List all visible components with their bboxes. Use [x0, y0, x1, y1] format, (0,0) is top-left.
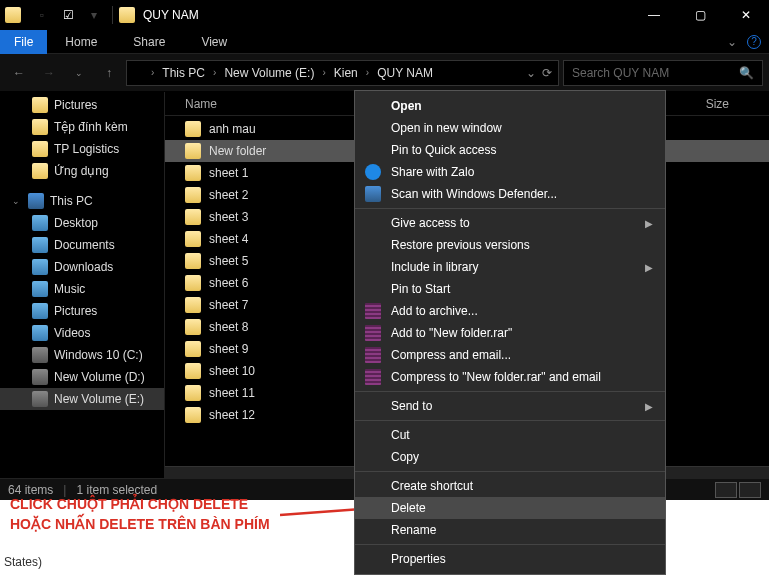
folder-icon	[185, 121, 201, 137]
qat-item-checked[interactable]: ☑	[56, 3, 80, 27]
context-menu-item-pin-start[interactable]: Pin to Start	[355, 278, 665, 300]
documents-icon	[32, 237, 48, 253]
context-menu-item-copy[interactable]: Copy	[355, 446, 665, 468]
folder-icon	[185, 165, 201, 181]
separator	[112, 6, 113, 24]
up-button[interactable]: ↑	[96, 60, 122, 86]
dropdown-icon[interactable]: ⌄	[526, 66, 536, 80]
folder-icon[interactable]	[4, 3, 28, 27]
context-menu-item-compress-email[interactable]: Compress and email...	[355, 344, 665, 366]
context-menu-item-properties[interactable]: Properties	[355, 548, 665, 570]
tab-file[interactable]: File	[0, 30, 47, 54]
sidebar-item-label: Videos	[54, 326, 90, 340]
context-menu-item-cut[interactable]: Cut	[355, 424, 665, 446]
sidebar-item[interactable]: Music	[0, 278, 164, 300]
navigation-pane[interactable]: Pictures Tệp đính kèm TP Logistics Ứng d…	[0, 92, 165, 478]
qat-item[interactable]: ▫	[30, 3, 54, 27]
chevron-right-icon[interactable]: ›	[322, 67, 325, 78]
menu-separator	[355, 420, 665, 421]
context-menu-item-include-lib[interactable]: Include in library▶	[355, 256, 665, 278]
submenu-arrow-icon: ▶	[645, 262, 653, 273]
context-menu-item-send-to[interactable]: Send to▶	[355, 395, 665, 417]
tab-view[interactable]: View	[183, 30, 245, 54]
breadcrumb-seg[interactable]: This PC	[158, 66, 209, 80]
context-menu-item-add-archive[interactable]: Add to archive...	[355, 300, 665, 322]
sidebar-item[interactable]: Tệp đính kèm	[0, 116, 164, 138]
folder-icon	[185, 275, 201, 291]
qat-overflow[interactable]: ▾	[82, 3, 106, 27]
folder-icon	[185, 209, 201, 225]
tab-home[interactable]: Home	[47, 30, 115, 54]
breadcrumb-seg[interactable]: New Volume (E:)	[220, 66, 318, 80]
context-menu-item-compress-rar-email[interactable]: Compress to "New folder.rar" and email	[355, 366, 665, 388]
ribbon-help: ⌄ ?	[727, 35, 769, 49]
context-menu-item-rename[interactable]: Rename	[355, 519, 665, 541]
context-menu-item-restore[interactable]: Restore previous versions	[355, 234, 665, 256]
pc-icon	[28, 193, 44, 209]
folder-icon	[185, 253, 201, 269]
sidebar-item[interactable]: Videos	[0, 322, 164, 344]
context-menu-item-open[interactable]: Open	[355, 95, 665, 117]
context-menu-item-pin-quick[interactable]: Pin to Quick access	[355, 139, 665, 161]
chevron-right-icon[interactable]: ›	[366, 67, 369, 78]
background-text: States)	[0, 555, 400, 569]
quick-access-toolbar: ▫ ☑ ▾	[0, 3, 106, 27]
breadcrumb-seg[interactable]: Kien	[330, 66, 362, 80]
forward-button[interactable]: →	[36, 60, 62, 86]
context-menu-item-defender[interactable]: Scan with Windows Defender...	[355, 183, 665, 205]
rar-icon	[365, 369, 381, 385]
context-menu-item-zalo[interactable]: Share with Zalo	[355, 161, 665, 183]
context-menu-item-open-new[interactable]: Open in new window	[355, 117, 665, 139]
nav-bar: ← → ⌄ ↑ › This PC › New Volume (E:) › Ki…	[0, 54, 769, 92]
downloads-icon	[32, 259, 48, 275]
folder-icon	[185, 143, 201, 159]
back-button[interactable]: ←	[6, 60, 32, 86]
sidebar-item[interactable]: Windows 10 (C:)	[0, 344, 164, 366]
close-button[interactable]: ✕	[723, 0, 769, 30]
menu-separator	[355, 544, 665, 545]
sidebar-item[interactable]: Downloads	[0, 256, 164, 278]
sidebar-item-this-pc[interactable]: ⌄This PC	[0, 190, 164, 212]
ribbon-chevron-icon[interactable]: ⌄	[727, 35, 737, 49]
maximize-button[interactable]: ▢	[677, 0, 723, 30]
window-title: QUY NAM	[141, 8, 199, 22]
context-menu-item-give-access[interactable]: Give access to▶	[355, 212, 665, 234]
sidebar-item[interactable]: New Volume (E:)	[0, 388, 164, 410]
chevron-right-icon[interactable]: ›	[213, 67, 216, 78]
address-bar[interactable]: › This PC › New Volume (E:) › Kien › QUY…	[126, 60, 559, 86]
context-menu-item-add-rar[interactable]: Add to "New folder.rar"	[355, 322, 665, 344]
sidebar-item[interactable]: Desktop	[0, 212, 164, 234]
search-input[interactable]: Search QUY NAM 🔍	[563, 60, 763, 86]
refresh-icon[interactable]: ⟳	[542, 66, 552, 80]
rar-icon	[365, 347, 381, 363]
videos-icon	[32, 325, 48, 341]
context-menu-label: Include in library	[391, 260, 478, 274]
sidebar-item[interactable]: Pictures	[0, 300, 164, 322]
breadcrumb-seg[interactable]: QUY NAM	[373, 66, 437, 80]
collapse-icon[interactable]: ⌄	[12, 196, 20, 206]
recent-dropdown[interactable]: ⌄	[66, 60, 92, 86]
folder-icon	[119, 7, 135, 23]
sidebar-item-label: Pictures	[54, 98, 97, 112]
tab-share[interactable]: Share	[115, 30, 183, 54]
column-header-size[interactable]: Size	[706, 97, 729, 111]
view-details-button[interactable]	[715, 482, 737, 498]
folder-icon	[32, 163, 48, 179]
minimize-button[interactable]: —	[631, 0, 677, 30]
folder-icon	[185, 385, 201, 401]
file-name: sheet 1	[209, 166, 248, 180]
desktop-icon	[32, 215, 48, 231]
sidebar-item[interactable]: Ứng dụng	[0, 160, 164, 182]
file-name: sheet 6	[209, 276, 248, 290]
context-menu-item-delete[interactable]: Delete	[355, 497, 665, 519]
view-icons-button[interactable]	[739, 482, 761, 498]
sidebar-item[interactable]: Pictures	[0, 94, 164, 116]
file-name: sheet 12	[209, 408, 255, 422]
context-menu-item-create-shortcut[interactable]: Create shortcut	[355, 475, 665, 497]
help-icon[interactable]: ?	[747, 35, 761, 49]
sidebar-item[interactable]: Documents	[0, 234, 164, 256]
context-menu-label: Scan with Windows Defender...	[391, 187, 557, 201]
sidebar-item[interactable]: TP Logistics	[0, 138, 164, 160]
sidebar-item[interactable]: New Volume (D:)	[0, 366, 164, 388]
chevron-right-icon[interactable]: ›	[151, 67, 154, 78]
